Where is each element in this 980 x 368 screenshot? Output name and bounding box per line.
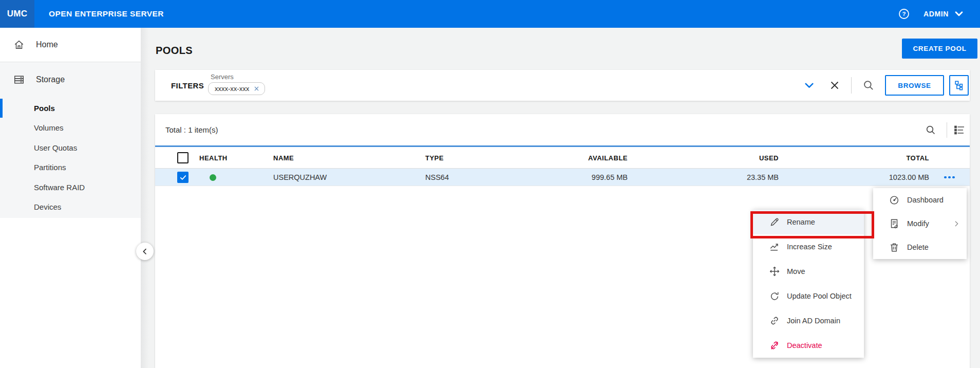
storage-subnav: Pools Volumes User Quotas Partitions Sof…	[0, 98, 141, 217]
link-slash-icon	[769, 340, 780, 351]
chevron-right-icon	[952, 219, 960, 228]
sidebar-item-software-raid[interactable]: Software RAID	[0, 177, 141, 197]
app-title: OPEN ENTERPRISE SERVER	[49, 9, 164, 19]
green-dot-icon	[210, 174, 216, 181]
filter-group-label: Servers	[211, 73, 265, 81]
menu-item-update-pool-object[interactable]: Update Pool Object	[753, 284, 864, 308]
row-actions-ellipsis-icon[interactable]	[944, 169, 955, 186]
chip-label: xxxx-xx-xxx	[215, 85, 249, 93]
sidebar-item-user-quotas[interactable]: User Quotas	[0, 138, 141, 158]
sidebar-item-label: Storage	[36, 75, 65, 84]
topbar-right-cluster: ? ADMIN	[898, 8, 980, 20]
server-filter-chip[interactable]: xxxx-xx-xxx	[208, 82, 265, 95]
svg-text:?: ?	[902, 11, 906, 17]
row-checkbox[interactable]	[177, 172, 189, 183]
gauge-icon	[889, 194, 900, 206]
tree-view-button[interactable]	[949, 75, 969, 96]
column-header-available[interactable]: AVAILABLE	[515, 147, 628, 169]
document-edit-icon	[889, 218, 900, 229]
pool-used-cell: 23.35 MB	[669, 169, 779, 186]
user-menu-label[interactable]: ADMIN	[924, 10, 949, 18]
menu-item-rename[interactable]: Rename	[753, 210, 864, 234]
move-icon	[769, 266, 780, 277]
total-count: Total : 1 item(s)	[165, 114, 218, 145]
sidebar-item-label: Home	[36, 40, 58, 49]
row-actions-menu: Dashboard Modify Delete	[873, 188, 967, 259]
page-title: POOLS	[156, 45, 193, 57]
sidebar-item-home[interactable]: Home	[0, 28, 141, 62]
list-view-icon[interactable]	[953, 124, 966, 136]
sidebar-item-storage[interactable]: Storage	[0, 66, 141, 93]
sidebar-item-partitions[interactable]: Partitions	[0, 158, 141, 178]
column-header-type[interactable]: TYPE	[425, 147, 444, 169]
menu-item-increase-size[interactable]: Increase Size	[753, 234, 864, 259]
chevron-down-icon[interactable]	[803, 79, 816, 92]
menu-item-deactivate[interactable]: Deactivate	[753, 333, 864, 358]
umc-logo[interactable]: UMC	[0, 0, 34, 28]
pool-name-cell: USERQUZHAW	[273, 169, 327, 186]
menu-item-move[interactable]: Move	[753, 259, 864, 284]
column-header-name[interactable]: NAME	[273, 147, 294, 169]
trash-icon	[889, 242, 900, 253]
menu-item-dashboard[interactable]: Dashboard	[873, 188, 967, 212]
pool-context-menu: Rename Increase Size Move Update Pool Ob…	[753, 210, 864, 358]
help-icon[interactable]: ?	[898, 8, 910, 20]
table-toolbar: Total : 1 item(s)	[155, 114, 970, 145]
close-icon[interactable]	[253, 85, 260, 92]
menu-item-join-ad-domain[interactable]: Join AD Domain	[753, 308, 864, 333]
column-header-used[interactable]: USED	[669, 147, 779, 169]
storage-rack-icon	[13, 74, 25, 85]
pool-type-cell: NSS64	[425, 169, 449, 186]
home-icon	[13, 39, 25, 50]
sidebar-item-devices[interactable]: Devices	[0, 197, 141, 217]
menu-item-modify[interactable]: Modify	[873, 212, 967, 235]
refresh-icon	[769, 290, 780, 302]
search-icon[interactable]	[925, 124, 937, 136]
chevron-left-icon	[141, 247, 149, 255]
pool-available-cell: 999.65 MB	[515, 169, 628, 186]
browse-button[interactable]: BROWSE	[885, 75, 944, 96]
link-icon	[769, 315, 780, 326]
search-icon[interactable]	[862, 79, 875, 92]
clear-filters-icon[interactable]	[828, 79, 841, 92]
divider	[947, 122, 947, 138]
pencil-icon	[769, 216, 780, 228]
select-all-checkbox[interactable]	[177, 152, 189, 163]
sidebar-shadow-gutter	[141, 28, 149, 368]
sidebar: Home Storage Pools Volumes User Quotas P…	[0, 28, 141, 368]
filters-label: FILTERS	[171, 70, 204, 101]
column-header-total[interactable]: TOTAL	[819, 147, 929, 169]
trend-up-icon	[769, 241, 780, 252]
sidebar-item-pools[interactable]: Pools	[0, 98, 141, 118]
filter-bar: FILTERS Servers xxxx-xx-xxx BROWSE	[155, 70, 970, 101]
top-bar: UMC OPEN ENTERPRISE SERVER ? ADMIN	[0, 0, 980, 28]
menu-item-delete[interactable]: Delete	[873, 235, 967, 259]
column-header-health[interactable]: HEALTH	[199, 147, 228, 169]
storage-nav-panel: Storage Pools Volumes User Quotas Partit…	[0, 62, 141, 218]
sidebar-item-volumes[interactable]: Volumes	[0, 118, 141, 138]
table-row[interactable]: USERQUZHAW NSS64 999.65 MB 23.35 MB 1023…	[155, 169, 970, 186]
servers-filter-group: Servers xxxx-xx-xxx	[208, 73, 265, 95]
table-header-row: HEALTH NAME TYPE AVAILABLE USED TOTAL	[155, 145, 970, 169]
hierarchy-icon	[953, 80, 965, 91]
divider	[851, 77, 852, 94]
chevron-down-icon[interactable]	[953, 8, 965, 20]
pool-total-cell: 1023.00 MB	[819, 169, 929, 186]
create-pool-button[interactable]: CREATE POOL	[902, 39, 977, 59]
sidebar-collapse-button[interactable]	[136, 243, 154, 260]
